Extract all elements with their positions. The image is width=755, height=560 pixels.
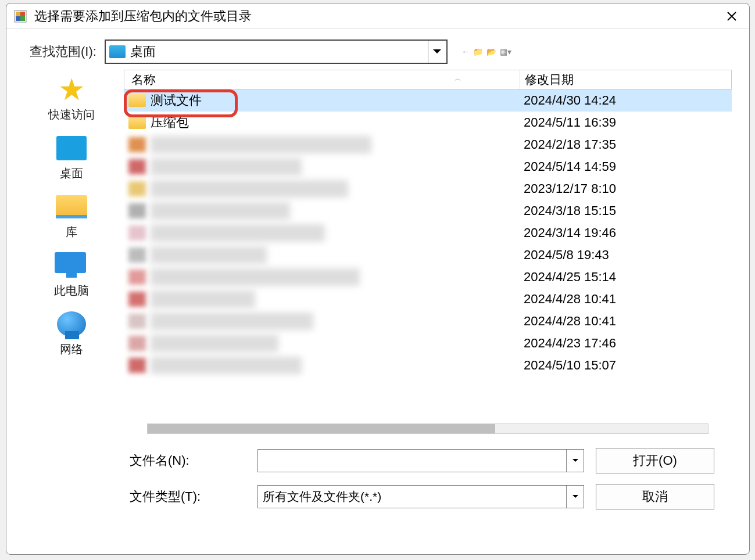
blurred-icon (128, 314, 146, 329)
new-folder-icon[interactable]: 📂 (486, 47, 496, 56)
blurred-filename (151, 357, 302, 374)
blurred-icon (128, 358, 146, 373)
sidebar-item-label: 此电脑 (54, 283, 89, 299)
view-menu-icon[interactable]: ▦▾ (500, 47, 511, 56)
file-row[interactable]: 2024/3/18 15:15 (124, 200, 732, 222)
file-area: 名称 ︿ 修改日期 测试文件2024/4/30 14:24压缩包2024/5/1… (124, 70, 749, 554)
filetype-dropdown[interactable]: 所有文件及文件夹(*.*) (257, 485, 584, 508)
sidebar-item-desktop[interactable]: 桌面 (37, 133, 106, 181)
folder-icon (128, 116, 146, 129)
sidebar-item-thispc[interactable]: 此电脑 (37, 250, 106, 299)
star-icon: ★ (58, 74, 85, 105)
blurred-filename (151, 224, 325, 242)
file-date: 2024/4/28 10:41 (519, 314, 732, 329)
bottom-fields: 文件名(N): 打开(O) 文件类型(T): 所有文件及文件夹(*.*) (124, 434, 732, 509)
sort-indicator-icon: ︿ (455, 74, 461, 84)
open-button[interactable]: 打开(O) (596, 448, 714, 473)
desktop-icon (56, 136, 87, 160)
folder-icon (109, 45, 126, 58)
column-name[interactable]: 名称 ︿ (124, 71, 520, 88)
blurred-icon (128, 203, 146, 218)
svg-rect-2 (20, 12, 25, 16)
places-sidebar: ★ 快速访问 桌面 库 此电脑 网络 (19, 70, 124, 554)
sidebar-item-label: 桌面 (60, 166, 83, 181)
sidebar-item-quickaccess[interactable]: ★ 快速访问 (37, 74, 106, 123)
lookin-value: 桌面 (130, 43, 156, 60)
blurred-filename (151, 290, 255, 308)
blurred-filename (151, 268, 360, 286)
blurred-icon (128, 159, 146, 174)
sidebar-item-libraries[interactable]: 库 (37, 192, 106, 240)
network-icon (57, 311, 86, 337)
svg-rect-3 (16, 16, 20, 21)
close-button[interactable] (720, 8, 743, 25)
svg-rect-4 (20, 16, 25, 21)
file-row[interactable]: 2024/3/14 19:46 (124, 222, 732, 244)
library-icon (56, 195, 87, 218)
lookin-label: 查找范围(I): (30, 43, 96, 60)
sidebar-item-label: 快速访问 (48, 107, 95, 123)
file-row[interactable]: 2024/4/28 10:41 (124, 310, 732, 332)
file-date: 2024/4/28 10:41 (519, 292, 732, 307)
file-row[interactable]: 2024/4/23 17:46 (124, 332, 732, 354)
file-date: 2023/12/17 8:10 (519, 181, 732, 196)
file-row[interactable]: 测试文件2024/4/30 14:24 (124, 89, 732, 112)
file-row[interactable]: 2024/5/10 15:07 (124, 354, 732, 376)
file-date: 2024/5/8 19:43 (519, 247, 732, 263)
file-date: 2024/4/25 15:14 (519, 270, 732, 285)
folder-icon (128, 94, 146, 107)
file-date: 2024/3/18 15:15 (519, 203, 732, 218)
lookin-bar: 查找范围(I): 桌面 ← 📁 📂 ▦▾ (6, 29, 749, 70)
scrollbar-thumb[interactable] (148, 424, 495, 433)
sidebar-item-label: 库 (66, 224, 77, 240)
body: ★ 快速访问 桌面 库 此电脑 网络 (6, 70, 749, 554)
blurred-icon (128, 292, 146, 307)
pc-icon (55, 252, 88, 279)
lookin-dropdown[interactable]: 桌面 (105, 40, 448, 64)
blurred-filename (151, 158, 302, 175)
blurred-icon (128, 181, 146, 196)
file-date: 2024/5/11 16:39 (519, 115, 732, 130)
titlebar: 选择需要添加到压缩包内的文件或目录 (6, 3, 749, 29)
file-row[interactable]: 2024/4/25 15:14 (124, 266, 732, 288)
file-row[interactable]: 2024/2/18 17:35 (124, 134, 732, 156)
cancel-button[interactable]: 取消 (596, 484, 714, 509)
filename-input[interactable] (257, 449, 584, 472)
blurred-filename (151, 313, 313, 330)
file-row[interactable]: 2023/12/17 8:10 (124, 178, 732, 200)
file-list[interactable]: 名称 ︿ 修改日期 测试文件2024/4/30 14:24压缩包2024/5/1… (124, 70, 732, 415)
file-dialog: 选择需要添加到压缩包内的文件或目录 查找范围(I): 桌面 ← 📁 📂 ▦▾ ★… (6, 3, 750, 555)
column-date[interactable]: 修改日期 (520, 70, 731, 89)
file-name: 测试文件 (151, 92, 202, 109)
blurred-filename (151, 246, 267, 264)
blurred-filename (151, 136, 371, 153)
file-row[interactable]: 2024/5/8 19:43 (124, 244, 732, 266)
toolbar-icons: ← 📁 📂 ▦▾ (461, 47, 511, 56)
file-date: 2024/5/14 14:59 (519, 159, 732, 174)
file-row[interactable]: 压缩包2024/5/11 16:39 (124, 112, 732, 134)
file-row[interactable]: 2024/5/14 14:59 (124, 156, 732, 178)
horizontal-scrollbar[interactable] (147, 423, 709, 434)
file-name: 压缩包 (151, 114, 189, 131)
up-folder-icon[interactable]: 📁 (473, 47, 483, 56)
blurred-icon (128, 270, 146, 285)
sidebar-item-network[interactable]: 网络 (37, 309, 106, 357)
sidebar-item-label: 网络 (60, 342, 83, 357)
chevron-down-icon[interactable] (428, 41, 446, 63)
file-date: 2024/5/10 15:07 (519, 358, 732, 373)
blurred-icon (128, 336, 146, 351)
winrar-icon (12, 8, 28, 24)
blurred-filename (151, 180, 348, 198)
chevron-down-icon[interactable] (566, 486, 584, 508)
back-icon[interactable]: ← (461, 47, 470, 56)
window-title: 选择需要添加到压缩包内的文件或目录 (34, 8, 720, 25)
filename-label: 文件名(N): (130, 452, 246, 469)
blurred-filename (151, 202, 290, 220)
blurred-icon (128, 225, 146, 240)
chevron-down-icon[interactable] (566, 450, 584, 472)
column-headers[interactable]: 名称 ︿ 修改日期 (124, 70, 732, 89)
svg-rect-1 (16, 12, 20, 16)
file-row[interactable]: 2024/4/28 10:41 (124, 288, 732, 310)
blurred-icon (128, 137, 146, 152)
file-date: 2024/4/23 17:46 (519, 336, 732, 351)
